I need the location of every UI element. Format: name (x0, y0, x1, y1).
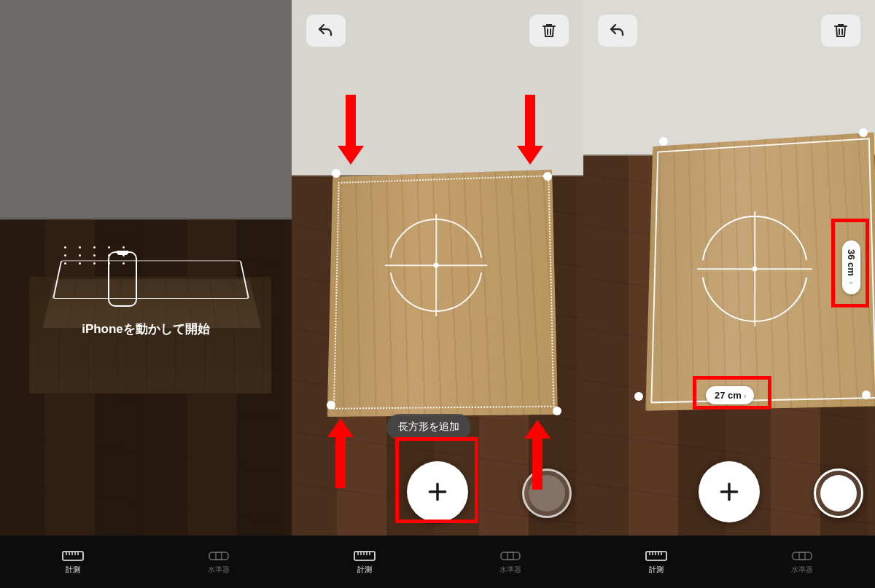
corner-handle[interactable] (553, 407, 561, 415)
trash-icon (832, 22, 849, 39)
add-point-button[interactable] (699, 461, 760, 522)
tab-measure[interactable]: 計測 (583, 536, 729, 588)
svg-rect-0 (63, 552, 83, 560)
corner-handle[interactable] (859, 128, 868, 137)
screenshot-panel-3: 27 cm › 36 cm › 計測 水準器 (583, 0, 875, 588)
undo-button[interactable] (306, 15, 346, 47)
ruler-icon (354, 549, 376, 562)
corner-handle[interactable] (543, 172, 552, 181)
tab-level-label: 水準器 (208, 565, 230, 575)
svg-rect-2 (216, 552, 222, 560)
screenshot-panel-1: iPhoneを動かして開始 計測 水準器 (0, 0, 292, 588)
corner-handle[interactable] (327, 401, 335, 409)
tab-measure[interactable]: 計測 (292, 536, 438, 588)
reticle (701, 216, 808, 322)
trash-icon (540, 22, 558, 39)
svg-rect-4 (501, 552, 520, 560)
delete-button[interactable] (821, 15, 860, 47)
level-icon (208, 549, 230, 562)
annotation-arrow (525, 95, 543, 165)
tab-level[interactable]: 水準器 (146, 536, 292, 588)
annotation-arrow (335, 418, 354, 488)
level-icon (791, 549, 813, 562)
level-icon (499, 549, 521, 562)
tab-measure[interactable]: 計測 (0, 536, 146, 588)
add-rectangle-tooltip: 長方形を追加 (386, 414, 471, 440)
corner-handle[interactable] (332, 169, 341, 178)
tab-bar: 計測 水準器 (0, 536, 292, 588)
svg-rect-6 (646, 552, 666, 560)
annotation-arrow (532, 420, 551, 490)
annotation-arrow (346, 95, 364, 165)
annotation-highlight-height (831, 219, 869, 307)
ruler-icon (645, 549, 667, 562)
corner-handle[interactable] (862, 391, 871, 399)
svg-rect-3 (354, 552, 375, 560)
tab-level[interactable]: 水準器 (729, 536, 875, 588)
tab-measure-label: 計測 (66, 565, 80, 575)
svg-rect-5 (508, 552, 513, 560)
corner-handle[interactable] (634, 392, 643, 401)
undo-icon (609, 22, 626, 39)
phone-outline-icon (108, 251, 137, 307)
tab-bar: 計測 水準器 (583, 536, 875, 588)
delete-button[interactable] (529, 15, 569, 47)
undo-icon (317, 22, 335, 39)
svg-rect-8 (799, 552, 805, 560)
annotation-highlight-add (395, 437, 478, 523)
corner-handle[interactable] (659, 137, 668, 146)
undo-button[interactable] (598, 15, 637, 47)
svg-rect-1 (209, 552, 228, 560)
reticle (389, 219, 483, 312)
screenshot-panel-2: 長方形を追加 計測 水準器 (292, 0, 583, 588)
tab-bar: 計測 水準器 (292, 536, 583, 588)
capture-button[interactable] (814, 469, 863, 518)
svg-rect-7 (793, 552, 812, 560)
plus-icon (718, 480, 741, 503)
ruler-icon (62, 549, 84, 562)
surface-outline (52, 260, 249, 299)
tab-level[interactable]: 水準器 (438, 536, 583, 588)
instruction-text: iPhoneを動かして開始 (0, 321, 292, 337)
annotation-highlight-width (693, 376, 771, 409)
